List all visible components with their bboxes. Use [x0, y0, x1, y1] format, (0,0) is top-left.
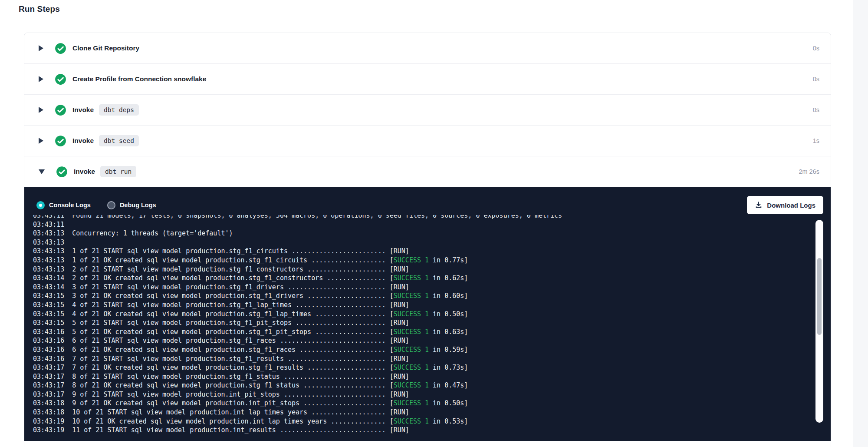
- log-message: 7 of 21 OK created sql view model produc…: [72, 364, 394, 371]
- log-message-tail: in 0.63s]: [429, 328, 468, 336]
- log-line: 03:43:179 of 21 START sql view model pro…: [33, 390, 810, 399]
- page-edge-band: [853, 0, 868, 447]
- step-row-invoke-dbt-seed[interactable]: Invokedbt seed1s: [24, 126, 831, 156]
- log-timestamp: 03:43:11: [33, 215, 64, 219]
- log-success-status: SUCCESS 1: [394, 256, 429, 264]
- log-timestamp: 03:43:15: [33, 292, 64, 300]
- log-timestamp: 03:43:16: [33, 346, 64, 354]
- step-duration: 0s: [813, 106, 819, 113]
- radio-debug-logs[interactable]: Debug Logs: [107, 201, 156, 209]
- log-message: 1 of 21 OK created sql view model produc…: [72, 256, 394, 264]
- log-lines: 03:43:11Found 21 models, 17 tests, 0 sna…: [33, 215, 810, 435]
- chevron-right-icon[interactable]: [39, 107, 43, 113]
- download-logs-label: Download Logs: [767, 202, 815, 209]
- log-line: 03:43:142 of 21 OK created sql view mode…: [33, 274, 810, 283]
- step-command-chip: dbt run: [100, 166, 136, 177]
- log-message: 7 of 21 START sql view model production.…: [72, 355, 409, 363]
- log-message: 8 of 21 OK created sql view model produc…: [72, 381, 394, 389]
- log-line: 03:43:153 of 21 OK created sql view mode…: [33, 291, 810, 301]
- log-success-status: SUCCESS 1: [394, 274, 429, 282]
- log-line: 03:43:166 of 21 OK created sql view mode…: [33, 345, 810, 354]
- step-row-invoke-dbt-run[interactable]: Invokedbt run2m 26s: [24, 156, 831, 187]
- radio-label-console-logs: Console Logs: [49, 202, 91, 209]
- log-message-tail: in 0.77s]: [429, 256, 468, 264]
- log-line: 03:43:1911 of 21 START sql view model pr…: [33, 426, 810, 435]
- log-timestamp: 03:43:19: [33, 417, 64, 425]
- log-message: 5 of 21 OK created sql view model produc…: [72, 328, 394, 336]
- log-message: 4 of 21 START sql view model production.…: [72, 301, 409, 309]
- log-message-tail: in 0.73s]: [429, 364, 468, 371]
- step-duration: 1s: [813, 137, 819, 144]
- log-message-tail: in 0.53s]: [429, 417, 468, 425]
- chevron-right-icon[interactable]: [39, 138, 43, 144]
- log-line: 03:43:177 of 21 OK created sql view mode…: [33, 363, 810, 372]
- log-message: 10 of 21 START sql view model production…: [72, 408, 409, 416]
- log-line: 03:43:189 of 21 OK created sql view mode…: [33, 399, 810, 408]
- log-message: 10 of 21 OK created sql view model produ…: [72, 417, 394, 425]
- step-duration: 0s: [813, 76, 819, 83]
- log-timestamp: 03:43:17: [33, 364, 64, 371]
- log-message: 2 of 21 START sql view model production.…: [72, 265, 409, 273]
- log-line: 03:43:154 of 21 START sql view model pro…: [33, 301, 810, 310]
- log-timestamp: 03:43:13: [33, 247, 64, 255]
- success-check-icon: [55, 73, 66, 85]
- log-message: 4 of 21 OK created sql view model produc…: [72, 310, 394, 318]
- step-row-create-profile-snowflake[interactable]: Create Profile from Connection snowflake…: [24, 64, 831, 95]
- log-message: 8 of 21 START sql view model production.…: [72, 373, 409, 381]
- log-message: 2 of 21 OK created sql view model produc…: [72, 274, 394, 282]
- log-message: 6 of 21 START sql view model production.…: [72, 337, 409, 344]
- log-timestamp: 03:43:14: [33, 283, 64, 291]
- log-scrollbar-thumb[interactable]: [817, 258, 822, 335]
- chevron-right-icon[interactable]: [39, 45, 43, 51]
- log-timestamp: 03:43:18: [33, 408, 64, 416]
- radio-unselected-icon[interactable]: [107, 201, 115, 209]
- log-timestamp: 03:43:14: [33, 274, 64, 282]
- radio-selected-icon[interactable]: [36, 201, 45, 209]
- log-message: 3 of 21 START sql view model production.…: [72, 283, 409, 291]
- log-line: 03:43:11: [33, 220, 810, 229]
- log-timestamp: 03:43:16: [33, 328, 64, 336]
- step-title: Clone Git Repository: [72, 44, 139, 52]
- log-message-tail: in 0.59s]: [429, 346, 468, 354]
- log-line: 03:43:178 of 21 OK created sql view mode…: [33, 381, 810, 390]
- step-command-chip: dbt seed: [99, 135, 139, 146]
- log-timestamp: 03:43:18: [33, 399, 64, 407]
- log-line: 03:43:166 of 21 START sql view model pro…: [33, 336, 810, 345]
- log-timestamp: 03:43:16: [33, 355, 64, 363]
- success-check-icon: [56, 166, 68, 178]
- log-scrollbar-track[interactable]: [815, 220, 823, 423]
- log-line: 03:43:155 of 21 START sql view model pro…: [33, 318, 810, 328]
- chevron-right-icon[interactable]: [39, 76, 43, 82]
- log-line: 03:43:11Found 21 models, 17 tests, 0 sna…: [33, 215, 810, 220]
- download-logs-button[interactable]: Download Logs: [747, 196, 823, 214]
- log-timestamp: 03:43:11: [33, 221, 64, 228]
- console-log-output[interactable]: 03:43:11Found 21 models, 17 tests, 0 sna…: [33, 215, 810, 441]
- step-title: Invoke: [72, 106, 94, 114]
- log-success-status: SUCCESS 1: [394, 292, 429, 300]
- run-steps-card: Clone Git Repository0sCreate Profile fro…: [24, 33, 831, 447]
- log-timestamp: 03:43:17: [33, 391, 64, 398]
- step-title: Invoke: [72, 137, 94, 145]
- log-message-tail: in 0.62s]: [429, 274, 468, 282]
- radio-console-logs[interactable]: Console Logs: [36, 201, 91, 209]
- log-line: 03:43:13: [33, 238, 810, 247]
- step-row-clone-git-repository[interactable]: Clone Git Repository0s: [24, 33, 831, 64]
- step-command-chip: dbt deps: [99, 104, 139, 116]
- radio-dot: [39, 204, 42, 207]
- log-timestamp: 03:43:13: [33, 238, 64, 246]
- log-panel: Console LogsDebug Logs Download Logs 03:…: [24, 187, 831, 441]
- step-list: Clone Git Repository0sCreate Profile fro…: [24, 33, 831, 187]
- chevron-down-icon[interactable]: [39, 169, 45, 174]
- log-message-tail: in 0.50s]: [429, 310, 468, 318]
- log-message: 1 of 21 START sql view model production.…: [72, 247, 409, 255]
- step-title: Invoke: [74, 168, 95, 175]
- log-message-tail: in 0.60s]: [429, 292, 468, 300]
- log-success-status: SUCCESS 1: [394, 346, 429, 354]
- step-row-invoke-dbt-deps[interactable]: Invokedbt deps0s: [24, 95, 831, 126]
- log-message: 6 of 21 OK created sql view model produc…: [72, 346, 394, 354]
- log-line: 03:43:1810 of 21 START sql view model pr…: [33, 408, 810, 417]
- log-line: 03:43:131 of 21 OK created sql view mode…: [33, 256, 810, 265]
- log-success-status: SUCCESS 1: [394, 417, 429, 425]
- log-message: 5 of 21 START sql view model production.…: [72, 319, 409, 327]
- log-timestamp: 03:43:13: [33, 229, 64, 237]
